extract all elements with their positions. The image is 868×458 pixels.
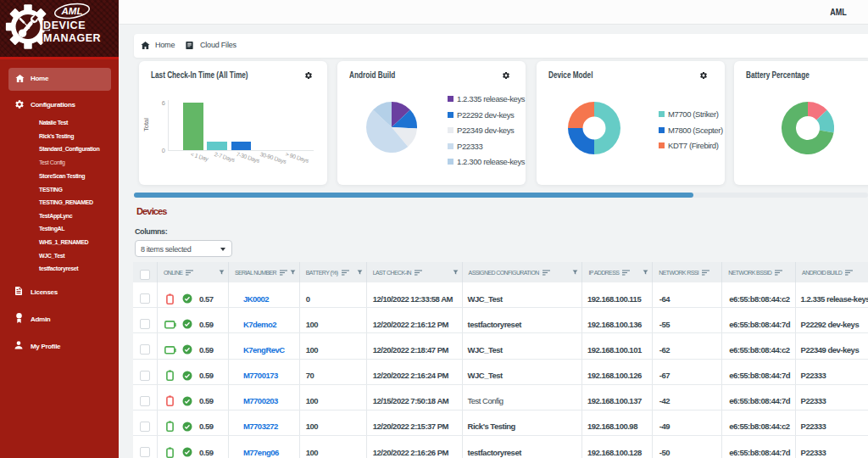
svg-text:DEVICE: DEVICE [43, 20, 86, 31]
svg-text:AML: AML [61, 6, 83, 16]
svg-text:MANAGER: MANAGER [43, 32, 101, 44]
